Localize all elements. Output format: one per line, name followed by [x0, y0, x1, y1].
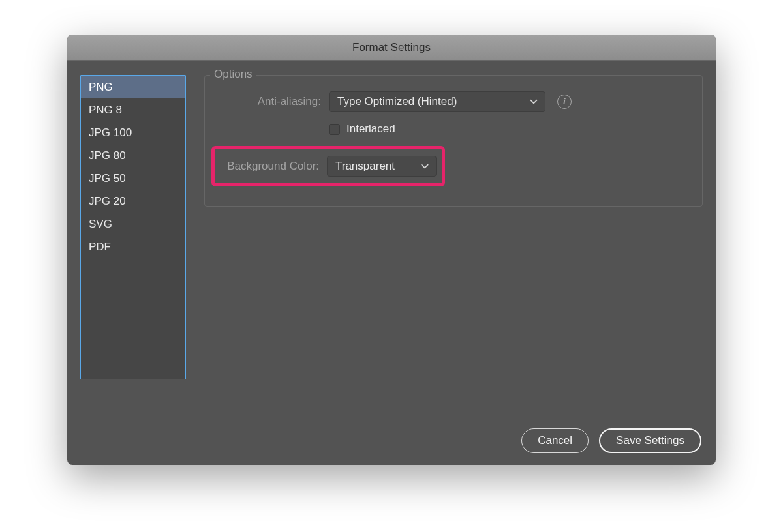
interlaced-label: Interlaced — [346, 123, 395, 136]
sidebar-item-label: PNG — [89, 81, 113, 93]
sidebar-item-jpg80[interactable]: JPG 80 — [81, 144, 185, 167]
background-color-highlight: Background Color: Transparent — [211, 146, 445, 186]
sidebar-item-png8[interactable]: PNG 8 — [81, 98, 185, 121]
sidebar-item-label: PNG 8 — [89, 104, 122, 116]
format-list[interactable]: PNG PNG 8 JPG 100 JPG 80 JPG 50 JPG 20 S… — [80, 75, 186, 379]
sidebar-item-png[interactable]: PNG — [81, 76, 185, 98]
info-icon[interactable]: i — [557, 95, 572, 109]
anti-aliasing-select[interactable]: Type Optimized (Hinted) — [329, 91, 545, 112]
anti-aliasing-value: Type Optimized (Hinted) — [337, 95, 457, 108]
sidebar-item-jpg100[interactable]: JPG 100 — [81, 121, 185, 144]
sidebar-item-label: JPG 80 — [89, 149, 126, 162]
window-title: Format Settings — [352, 41, 431, 54]
options-fieldset: Options Anti-aliasing: Type Optimized (H… — [204, 75, 703, 207]
background-color-select[interactable]: Transparent — [327, 156, 437, 177]
interlaced-checkbox[interactable] — [329, 124, 340, 135]
background-color-value: Transparent — [335, 160, 395, 173]
sidebar-item-jpg50[interactable]: JPG 50 — [81, 167, 185, 190]
sidebar-item-svg[interactable]: SVG — [81, 213, 185, 235]
cancel-button[interactable]: Cancel — [521, 428, 589, 453]
options-group-label: Options — [210, 68, 256, 81]
chevron-down-icon — [420, 162, 429, 171]
sidebar-item-pdf[interactable]: PDF — [81, 235, 185, 258]
titlebar: Format Settings — [67, 35, 716, 61]
sidebar-item-label: JPG 50 — [89, 172, 126, 185]
sidebar-item-jpg20[interactable]: JPG 20 — [81, 190, 185, 213]
anti-aliasing-label: Anti-aliasing: — [217, 95, 329, 108]
sidebar-item-label: JPG 100 — [89, 126, 132, 139]
chevron-down-icon — [529, 97, 538, 106]
sidebar-item-label: JPG 20 — [89, 195, 126, 207]
sidebar-item-label: PDF — [89, 241, 111, 253]
save-settings-button[interactable]: Save Settings — [599, 428, 701, 453]
sidebar-item-label: SVG — [89, 218, 112, 230]
dialog-content: PNG PNG 8 JPG 100 JPG 80 JPG 50 JPG 20 S… — [67, 61, 716, 465]
dialog-footer: Cancel Save Settings — [80, 411, 703, 453]
format-settings-window: Format Settings PNG PNG 8 JPG 100 JPG 80… — [67, 35, 716, 465]
background-color-label: Background Color: — [217, 160, 327, 173]
